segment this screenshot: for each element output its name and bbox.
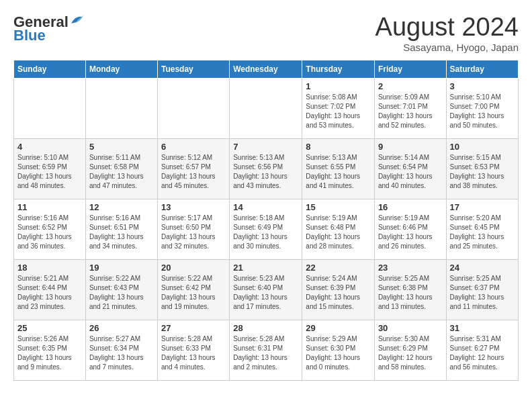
- location-subtitle: Sasayama, Hyogo, Japan: [375, 42, 519, 53]
- weekday-header-row: Sunday Monday Tuesday Wednesday Thursday…: [14, 60, 519, 78]
- table-row: 7Sunrise: 5:13 AM Sunset: 6:56 PM Daylig…: [230, 138, 302, 199]
- table-row: 30Sunrise: 5:30 AM Sunset: 6:29 PM Dayli…: [374, 320, 446, 380]
- day-info: Sunrise: 5:22 AM Sunset: 6:43 PM Dayligh…: [89, 274, 154, 312]
- table-row: [157, 78, 229, 138]
- table-row: 28Sunrise: 5:28 AM Sunset: 6:31 PM Dayli…: [230, 320, 302, 380]
- table-row: 21Sunrise: 5:23 AM Sunset: 6:40 PM Dayli…: [230, 259, 302, 320]
- day-info: Sunrise: 5:16 AM Sunset: 6:52 PM Dayligh…: [17, 214, 82, 251]
- table-row: 17Sunrise: 5:20 AM Sunset: 6:45 PM Dayli…: [446, 199, 518, 259]
- table-row: 10Sunrise: 5:15 AM Sunset: 6:53 PM Dayli…: [446, 138, 518, 199]
- table-row: 29Sunrise: 5:29 AM Sunset: 6:30 PM Dayli…: [302, 320, 375, 380]
- table-row: 11Sunrise: 5:16 AM Sunset: 6:52 PM Dayli…: [14, 199, 86, 259]
- calendar-week-row: 25Sunrise: 5:26 AM Sunset: 6:35 PM Dayli…: [14, 320, 519, 380]
- day-number: 26: [89, 323, 154, 333]
- day-number: 28: [233, 323, 298, 333]
- calendar-week-row: 1Sunrise: 5:08 AM Sunset: 7:02 PM Daylig…: [14, 78, 519, 138]
- day-info: Sunrise: 5:10 AM Sunset: 7:00 PM Dayligh…: [450, 93, 515, 130]
- day-number: 31: [450, 323, 515, 333]
- day-info: Sunrise: 5:20 AM Sunset: 6:45 PM Dayligh…: [450, 214, 515, 251]
- table-row: 25Sunrise: 5:26 AM Sunset: 6:35 PM Dayli…: [14, 320, 86, 380]
- day-info: Sunrise: 5:09 AM Sunset: 7:01 PM Dayligh…: [378, 93, 443, 130]
- day-info: Sunrise: 5:16 AM Sunset: 6:51 PM Dayligh…: [89, 214, 154, 251]
- header-wednesday: Wednesday: [230, 60, 302, 78]
- header-monday: Monday: [85, 60, 157, 78]
- day-info: Sunrise: 5:28 AM Sunset: 6:31 PM Dayligh…: [233, 334, 298, 372]
- day-info: Sunrise: 5:25 AM Sunset: 6:38 PM Dayligh…: [378, 274, 443, 312]
- day-info: Sunrise: 5:18 AM Sunset: 6:49 PM Dayligh…: [233, 214, 298, 251]
- table-row: 26Sunrise: 5:27 AM Sunset: 6:34 PM Dayli…: [85, 320, 157, 380]
- day-number: 21: [233, 263, 298, 273]
- calendar-header: General Blue August 2024 Sasayama, Hyogo…: [13, 13, 519, 53]
- day-info: Sunrise: 5:28 AM Sunset: 6:33 PM Dayligh…: [161, 334, 226, 372]
- logo-bird-icon: [70, 14, 85, 25]
- day-number: 9: [378, 142, 443, 152]
- day-number: 19: [89, 263, 154, 273]
- table-row: 22Sunrise: 5:24 AM Sunset: 6:39 PM Dayli…: [302, 259, 375, 320]
- table-row: 6Sunrise: 5:12 AM Sunset: 6:57 PM Daylig…: [157, 138, 229, 199]
- table-row: 2Sunrise: 5:09 AM Sunset: 7:01 PM Daylig…: [374, 78, 446, 138]
- day-info: Sunrise: 5:25 AM Sunset: 6:37 PM Dayligh…: [450, 274, 515, 312]
- table-row: 14Sunrise: 5:18 AM Sunset: 6:49 PM Dayli…: [230, 199, 302, 259]
- day-number: 30: [378, 323, 443, 333]
- logo-blue: Blue: [13, 27, 46, 44]
- day-number: 17: [450, 202, 515, 212]
- day-info: Sunrise: 5:21 AM Sunset: 6:44 PM Dayligh…: [17, 274, 82, 312]
- day-number: 2: [378, 81, 443, 91]
- day-info: Sunrise: 5:13 AM Sunset: 6:55 PM Dayligh…: [306, 153, 371, 191]
- header-saturday: Saturday: [446, 60, 518, 78]
- table-row: 20Sunrise: 5:22 AM Sunset: 6:42 PM Dayli…: [157, 259, 229, 320]
- day-info: Sunrise: 5:23 AM Sunset: 6:40 PM Dayligh…: [233, 274, 298, 312]
- day-number: 8: [306, 142, 371, 152]
- day-number: 15: [306, 202, 371, 212]
- day-info: Sunrise: 5:17 AM Sunset: 6:50 PM Dayligh…: [161, 214, 226, 251]
- table-row: 5Sunrise: 5:11 AM Sunset: 6:58 PM Daylig…: [85, 138, 157, 199]
- day-info: Sunrise: 5:19 AM Sunset: 6:48 PM Dayligh…: [306, 214, 371, 251]
- table-row: 4Sunrise: 5:10 AM Sunset: 6:59 PM Daylig…: [14, 138, 86, 199]
- table-row: 19Sunrise: 5:22 AM Sunset: 6:43 PM Dayli…: [85, 259, 157, 320]
- calendar-week-row: 4Sunrise: 5:10 AM Sunset: 6:59 PM Daylig…: [14, 138, 519, 199]
- day-info: Sunrise: 5:22 AM Sunset: 6:42 PM Dayligh…: [161, 274, 226, 312]
- day-number: 25: [17, 323, 82, 333]
- day-info: Sunrise: 5:24 AM Sunset: 6:39 PM Dayligh…: [306, 274, 371, 312]
- header-friday: Friday: [374, 60, 446, 78]
- day-number: 12: [89, 202, 154, 212]
- table-row: 9Sunrise: 5:14 AM Sunset: 6:54 PM Daylig…: [374, 138, 446, 199]
- day-info: Sunrise: 5:30 AM Sunset: 6:29 PM Dayligh…: [378, 334, 443, 372]
- day-info: Sunrise: 5:11 AM Sunset: 6:58 PM Dayligh…: [89, 153, 154, 191]
- logo: General Blue: [13, 13, 85, 44]
- header-sunday: Sunday: [14, 60, 86, 78]
- table-row: 27Sunrise: 5:28 AM Sunset: 6:33 PM Dayli…: [157, 320, 229, 380]
- day-info: Sunrise: 5:26 AM Sunset: 6:35 PM Dayligh…: [17, 334, 82, 372]
- day-info: Sunrise: 5:27 AM Sunset: 6:34 PM Dayligh…: [89, 334, 154, 372]
- table-row: 13Sunrise: 5:17 AM Sunset: 6:50 PM Dayli…: [157, 199, 229, 259]
- header-thursday: Thursday: [302, 60, 375, 78]
- table-row: 12Sunrise: 5:16 AM Sunset: 6:51 PM Dayli…: [85, 199, 157, 259]
- day-info: Sunrise: 5:10 AM Sunset: 6:59 PM Dayligh…: [17, 153, 82, 191]
- day-number: 6: [161, 142, 226, 152]
- table-row: 8Sunrise: 5:13 AM Sunset: 6:55 PM Daylig…: [302, 138, 375, 199]
- day-info: Sunrise: 5:29 AM Sunset: 6:30 PM Dayligh…: [306, 334, 371, 372]
- table-row: 1Sunrise: 5:08 AM Sunset: 7:02 PM Daylig…: [302, 78, 375, 138]
- table-row: 23Sunrise: 5:25 AM Sunset: 6:38 PM Dayli…: [374, 259, 446, 320]
- table-row: 3Sunrise: 5:10 AM Sunset: 7:00 PM Daylig…: [446, 78, 518, 138]
- day-number: 23: [378, 263, 443, 273]
- day-info: Sunrise: 5:13 AM Sunset: 6:56 PM Dayligh…: [233, 153, 298, 191]
- day-number: 1: [306, 81, 371, 91]
- table-row: 18Sunrise: 5:21 AM Sunset: 6:44 PM Dayli…: [14, 259, 86, 320]
- table-row: 15Sunrise: 5:19 AM Sunset: 6:48 PM Dayli…: [302, 199, 375, 259]
- day-number: 10: [450, 142, 515, 152]
- day-number: 7: [233, 142, 298, 152]
- day-number: 3: [450, 81, 515, 91]
- header-tuesday: Tuesday: [157, 60, 229, 78]
- table-row: [14, 78, 86, 138]
- table-row: 31Sunrise: 5:31 AM Sunset: 6:27 PM Dayli…: [446, 320, 518, 380]
- day-number: 14: [233, 202, 298, 212]
- day-info: Sunrise: 5:12 AM Sunset: 6:57 PM Dayligh…: [161, 153, 226, 191]
- day-info: Sunrise: 5:31 AM Sunset: 6:27 PM Dayligh…: [450, 334, 515, 372]
- table-row: [230, 78, 302, 138]
- calendar-week-row: 11Sunrise: 5:16 AM Sunset: 6:52 PM Dayli…: [14, 199, 519, 259]
- day-number: 5: [89, 142, 154, 152]
- day-info: Sunrise: 5:19 AM Sunset: 6:46 PM Dayligh…: [378, 214, 443, 251]
- day-number: 29: [306, 323, 371, 333]
- day-number: 13: [161, 202, 226, 212]
